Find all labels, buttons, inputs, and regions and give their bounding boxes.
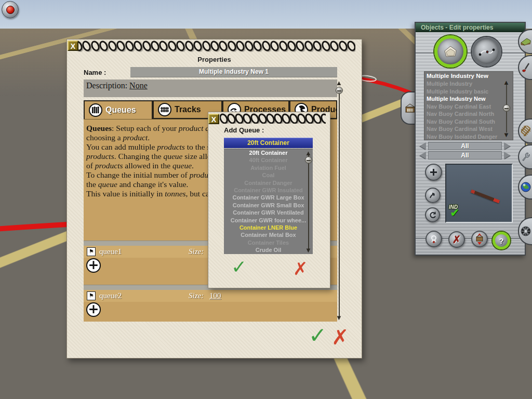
- panel-title: Objects - Edit properties: [416, 23, 525, 32]
- globe-icon: [521, 182, 531, 192]
- queue-name: queue1: [99, 247, 122, 256]
- rotate-tool-button[interactable]: [425, 207, 440, 222]
- wheel-icon: [521, 226, 531, 236]
- product-list-item[interactable]: Container LNER Blue: [224, 224, 313, 231]
- object-list-scrollbar[interactable]: ▲ ▼: [502, 79, 511, 138]
- queue-row-header: ⚑ queue2 Size: 100: [84, 290, 337, 302]
- tab-label: Tracks: [175, 105, 201, 114]
- tracks-icon: [158, 103, 171, 116]
- menu-pause-button[interactable]: [2, 1, 19, 18]
- product-list-item[interactable]: Container Metal Box: [224, 231, 313, 238]
- close-icon[interactable]: X: [68, 41, 78, 51]
- scroll-down-icon[interactable]: ▼: [503, 131, 510, 139]
- queue-flag-icon[interactable]: ⚑: [87, 247, 96, 256]
- scroll-thumb[interactable]: [336, 87, 343, 94]
- queue-flag-icon[interactable]: ⚑: [87, 291, 96, 300]
- terrain-icon: [521, 37, 531, 46]
- confirm-button[interactable]: ✓: [231, 258, 247, 276]
- product-list-item[interactable]: Crude Oil: [224, 246, 313, 254]
- current-object: Multiple Industry New: [424, 72, 513, 80]
- filter-row-type: All: [419, 151, 524, 159]
- cancel-button[interactable]: ✗: [331, 328, 349, 347]
- add-product-button[interactable]: +: [86, 258, 101, 273]
- add-queue-dialog: X Add Queue : 20ft Container 20ft Contai…: [208, 112, 330, 288]
- move-tool-button[interactable]: [425, 188, 441, 203]
- add-product-button[interactable]: +: [86, 302, 101, 317]
- objects-edit-panel: Objects - Edit properties Multiple Indus…: [415, 22, 526, 256]
- preview-object: [471, 190, 500, 203]
- object-items: Multiple Industry Multiple Industry basi…: [424, 80, 513, 140]
- object-list-item[interactable]: Nav Buoy Cardinal South: [424, 118, 513, 126]
- cancel-button[interactable]: ✗: [293, 259, 308, 278]
- object-list-item[interactable]: Multiple Industry New: [424, 95, 513, 103]
- queues-icon: [89, 103, 102, 117]
- product-list-item[interactable]: Container Tiles: [224, 239, 313, 246]
- spiral-binding: [220, 113, 326, 124]
- object-list-item[interactable]: Nav Buoy Isolated Danger: [424, 133, 513, 141]
- description-field[interactable]: Description: None: [84, 79, 337, 97]
- object-preview: IND ✔: [445, 164, 513, 223]
- dialog-title: Properties: [67, 56, 362, 63]
- scroll-up-icon[interactable]: ▲: [336, 80, 342, 86]
- help-button[interactable]: ?: [493, 232, 510, 249]
- object-list-item[interactable]: Nav Buoy Cardinal East: [424, 103, 513, 111]
- spline-icon: [478, 47, 495, 57]
- product-list-item[interactable]: Container GWR four whee...: [224, 217, 313, 224]
- product-list-item[interactable]: Container GWR Large Box: [224, 194, 313, 201]
- scroll-thumb[interactable]: [503, 104, 510, 112]
- close-icon[interactable]: X: [208, 114, 219, 124]
- dialog-scrollbar[interactable]: ▲ ▼: [335, 80, 343, 322]
- object-list: Multiple Industry New Multiple Industry …: [424, 71, 513, 140]
- badge-check-icon: ✔: [450, 206, 459, 219]
- tab-queues[interactable]: Queues: [84, 100, 153, 119]
- object-list-item[interactable]: Nav Buoy Cardinal West: [424, 125, 513, 133]
- selected-product[interactable]: 20ft Container: [224, 138, 313, 148]
- queue-row-body: +: [84, 302, 337, 322]
- product-list-item[interactable]: Aviation Fuel: [224, 164, 313, 171]
- scroll-down-icon[interactable]: ▼: [336, 314, 342, 322]
- object-list-item[interactable]: Multiple Industry basic: [424, 88, 513, 96]
- spline-mode-button[interactable]: [472, 37, 501, 66]
- product-list-item[interactable]: Container GWR Small Box: [224, 202, 313, 209]
- product-list-item[interactable]: Container Danger: [224, 179, 313, 187]
- scroll-thumb[interactable]: [305, 156, 312, 164]
- product-list-item[interactable]: Container GWR Ventilated: [224, 209, 313, 216]
- filter-next-icon[interactable]: [504, 142, 510, 150]
- divider: [416, 52, 525, 54]
- product-list-item[interactable]: Coal: [224, 171, 313, 179]
- scroll-up-icon[interactable]: ▲: [305, 150, 312, 156]
- replace-object-button[interactable]: [471, 231, 488, 247]
- product-list-item[interactable]: Container GWR Insulated: [224, 187, 313, 194]
- object-list-item[interactable]: Multiple Industry: [424, 80, 513, 88]
- object-list-item[interactable]: Nav Buoy Cardinal North: [424, 110, 513, 118]
- add-object-button[interactable]: [425, 164, 442, 181]
- confirm-button[interactable]: ✓: [309, 326, 327, 345]
- product-list-scrollbar[interactable]: ▲ ▼: [304, 150, 313, 253]
- picker-icon: [430, 235, 438, 244]
- filter-next-icon[interactable]: [504, 152, 510, 159]
- product-list-item[interactable]: 40ft Container: [224, 156, 313, 164]
- type-filter[interactable]: All: [428, 151, 502, 159]
- scroll-up-icon[interactable]: ▲: [503, 79, 510, 86]
- delete-icon: ✗: [453, 233, 461, 246]
- delete-object-button[interactable]: ✗: [448, 231, 465, 248]
- wrench-icon: [521, 152, 531, 162]
- product-list-item[interactable]: 20ft Container: [224, 149, 313, 156]
- filter-prev-icon[interactable]: [420, 152, 426, 159]
- building-icon: [443, 45, 458, 58]
- get-object-button[interactable]: [425, 231, 442, 247]
- name-field[interactable]: Multiple Industry New 1: [130, 67, 337, 77]
- filter-prev-icon[interactable]: [420, 142, 426, 150]
- question-icon: ?: [499, 236, 503, 245]
- queue-row: ⚑ queue2 Size: 100 +: [84, 285, 337, 322]
- plus-icon: [430, 168, 437, 176]
- screen: X Properties Name : Multiple Industry Ne…: [0, 0, 532, 399]
- object-mode-button[interactable]: [434, 35, 467, 68]
- track-icon: [521, 126, 530, 136]
- name-label: Name :: [84, 69, 106, 76]
- queue-size-label: Size:: [189, 247, 204, 256]
- tab-label: Queues: [105, 105, 136, 115]
- scroll-down-icon[interactable]: ▼: [305, 246, 312, 254]
- region-filter[interactable]: All: [428, 142, 502, 150]
- queue-size-value[interactable]: 100: [209, 291, 221, 300]
